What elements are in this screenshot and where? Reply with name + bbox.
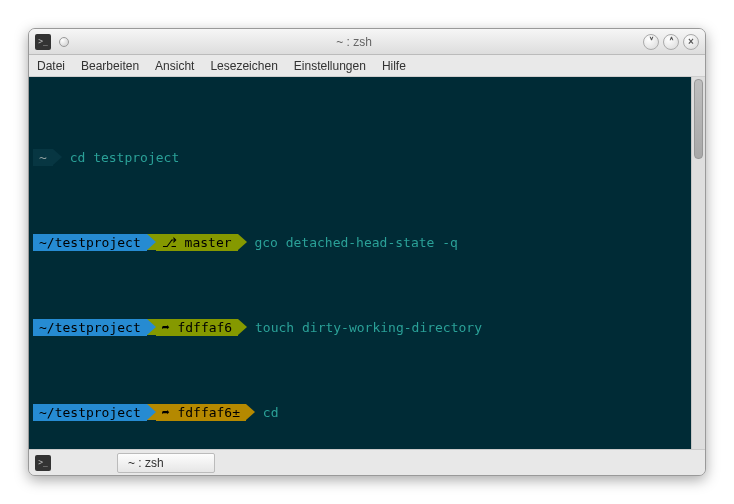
- menu-file[interactable]: Datei: [37, 59, 65, 73]
- cmd: gco detached-head-state -q: [247, 234, 458, 251]
- branch-icon: ⎇: [162, 234, 177, 251]
- scrollbar[interactable]: [691, 77, 705, 449]
- menu-help[interactable]: Hilfe: [382, 59, 406, 73]
- minimize-button[interactable]: ˅: [643, 34, 659, 50]
- cmd: cd: [255, 404, 278, 421]
- window-title: ~ : zsh: [69, 35, 639, 49]
- menu-bookmarks[interactable]: Lesezeichen: [210, 59, 277, 73]
- prompt-line: ~/testproject ➦ fdffaf6± cd: [33, 404, 705, 421]
- titlebar: ~ : zsh ˅ ˄ ×: [29, 29, 705, 55]
- terminal-area[interactable]: ~ cd testproject ~/testproject ⎇ master …: [29, 77, 705, 449]
- statusbar: ~ : zsh: [29, 449, 705, 475]
- menu-edit[interactable]: Bearbeiten: [81, 59, 139, 73]
- scrollbar-thumb[interactable]: [694, 79, 703, 159]
- new-tab-icon[interactable]: [35, 455, 51, 471]
- menubar: Datei Bearbeiten Ansicht Lesezeichen Ein…: [29, 55, 705, 77]
- seg-tilde: ~: [33, 149, 53, 166]
- arrow-icon: [147, 319, 156, 335]
- arrow-icon: [147, 234, 156, 250]
- seg-branch: ⎇ master: [156, 234, 238, 251]
- arrow-icon: [246, 404, 255, 420]
- terminal-window: ~ : zsh ˅ ˄ × Datei Bearbeiten Ansicht L…: [28, 28, 706, 476]
- arrow-icon: [147, 404, 156, 420]
- cmd: cd testproject: [62, 149, 179, 166]
- seg-path: ~/testproject: [33, 404, 147, 421]
- maximize-button[interactable]: ˄: [663, 34, 679, 50]
- prompt-line: ~/testproject ➦ fdffaf6 touch dirty-work…: [33, 319, 705, 336]
- window-menu-dot[interactable]: [59, 37, 69, 47]
- close-button[interactable]: ×: [683, 34, 699, 50]
- arrow-icon: [238, 319, 247, 335]
- seg-path: ~/testproject: [33, 234, 147, 251]
- terminal-icon: [35, 34, 51, 50]
- prompt-line: ~ cd testproject: [33, 149, 705, 166]
- arrow-icon: [53, 149, 62, 165]
- seg-branch: ➦ fdffaf6: [156, 319, 238, 336]
- tab-current[interactable]: ~ : zsh: [117, 453, 215, 473]
- arrow-icon: [238, 234, 247, 250]
- menu-settings[interactable]: Einstellungen: [294, 59, 366, 73]
- cmd: touch dirty-working-directory: [247, 319, 482, 336]
- menu-view[interactable]: Ansicht: [155, 59, 194, 73]
- prompt-line: ~/testproject ⎇ master gco detached-head…: [33, 234, 705, 251]
- seg-path: ~/testproject: [33, 319, 147, 336]
- seg-branch-dirty: ➦ fdffaf6±: [156, 404, 246, 421]
- terminal-area-wrap: ~ cd testproject ~/testproject ⎇ master …: [29, 77, 705, 449]
